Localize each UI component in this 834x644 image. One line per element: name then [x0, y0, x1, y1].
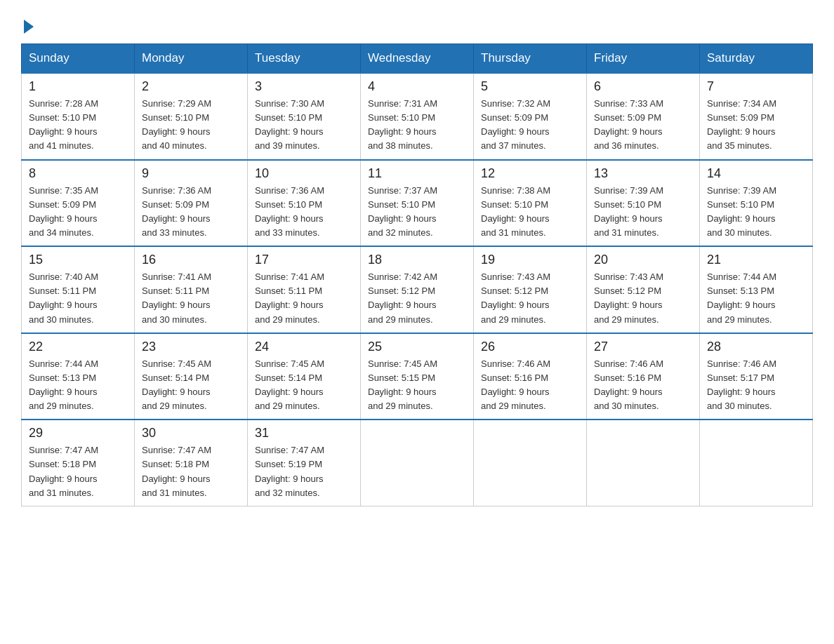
- col-header-wednesday: Wednesday: [361, 44, 474, 74]
- day-number: 2: [142, 79, 240, 94]
- calendar-week-row: 8Sunrise: 7:35 AMSunset: 5:09 PMDaylight…: [22, 160, 813, 247]
- calendar-week-row: 1Sunrise: 7:28 AMSunset: 5:10 PMDaylight…: [22, 73, 813, 160]
- day-info: Sunrise: 7:37 AMSunset: 5:10 PMDaylight:…: [368, 185, 437, 238]
- day-number: 14: [707, 166, 805, 181]
- day-info: Sunrise: 7:45 AMSunset: 5:14 PMDaylight:…: [255, 358, 324, 411]
- day-info: Sunrise: 7:44 AMSunset: 5:13 PMDaylight:…: [29, 358, 98, 411]
- table-row: 28Sunrise: 7:46 AMSunset: 5:17 PMDayligh…: [700, 333, 813, 420]
- col-header-thursday: Thursday: [474, 44, 587, 74]
- day-info: Sunrise: 7:35 AMSunset: 5:09 PMDaylight:…: [29, 185, 98, 238]
- table-row: 12Sunrise: 7:38 AMSunset: 5:10 PMDayligh…: [474, 160, 587, 247]
- calendar-week-row: 22Sunrise: 7:44 AMSunset: 5:13 PMDayligh…: [22, 333, 813, 420]
- day-number: 23: [142, 340, 240, 354]
- table-row: 10Sunrise: 7:36 AMSunset: 5:10 PMDayligh…: [248, 160, 361, 247]
- day-info: Sunrise: 7:36 AMSunset: 5:10 PMDaylight:…: [255, 185, 324, 238]
- day-number: 29: [29, 426, 127, 441]
- day-number: 4: [368, 79, 466, 94]
- day-info: Sunrise: 7:30 AMSunset: 5:10 PMDaylight:…: [255, 98, 324, 151]
- day-number: 11: [368, 166, 466, 181]
- table-row: 18Sunrise: 7:42 AMSunset: 5:12 PMDayligh…: [361, 246, 474, 333]
- table-row: 19Sunrise: 7:43 AMSunset: 5:12 PMDayligh…: [474, 246, 587, 333]
- table-row: 21Sunrise: 7:44 AMSunset: 5:13 PMDayligh…: [700, 246, 813, 333]
- day-info: Sunrise: 7:45 AMSunset: 5:14 PMDaylight:…: [142, 358, 211, 411]
- table-row: 8Sunrise: 7:35 AMSunset: 5:09 PMDaylight…: [22, 160, 135, 247]
- day-number: 20: [594, 253, 692, 267]
- calendar-week-row: 29Sunrise: 7:47 AMSunset: 5:18 PMDayligh…: [22, 420, 813, 506]
- day-number: 10: [255, 166, 353, 181]
- table-row: 5Sunrise: 7:32 AMSunset: 5:09 PMDaylight…: [474, 73, 587, 160]
- day-number: 19: [481, 253, 579, 267]
- day-info: Sunrise: 7:45 AMSunset: 5:15 PMDaylight:…: [368, 358, 437, 411]
- day-number: 27: [594, 340, 692, 354]
- day-info: Sunrise: 7:39 AMSunset: 5:10 PMDaylight:…: [707, 185, 776, 238]
- day-number: 7: [707, 79, 805, 94]
- table-row: 13Sunrise: 7:39 AMSunset: 5:10 PMDayligh…: [587, 160, 700, 247]
- day-number: 24: [255, 340, 353, 354]
- col-header-friday: Friday: [587, 44, 700, 74]
- calendar-week-row: 15Sunrise: 7:40 AMSunset: 5:11 PMDayligh…: [22, 246, 813, 333]
- calendar-table: Sunday Monday Tuesday Wednesday Thursday…: [21, 43, 813, 507]
- day-number: 5: [481, 79, 579, 94]
- table-row: 14Sunrise: 7:39 AMSunset: 5:10 PMDayligh…: [700, 160, 813, 247]
- day-info: Sunrise: 7:43 AMSunset: 5:12 PMDaylight:…: [481, 271, 550, 324]
- day-info: Sunrise: 7:47 AMSunset: 5:18 PMDaylight:…: [142, 445, 211, 497]
- table-row: 29Sunrise: 7:47 AMSunset: 5:18 PMDayligh…: [22, 420, 135, 506]
- table-row: 20Sunrise: 7:43 AMSunset: 5:12 PMDayligh…: [587, 246, 700, 333]
- day-number: 30: [142, 426, 240, 441]
- col-header-sunday: Sunday: [22, 44, 135, 74]
- table-row: 24Sunrise: 7:45 AMSunset: 5:14 PMDayligh…: [248, 333, 361, 420]
- col-header-monday: Monday: [135, 44, 248, 74]
- table-row: 11Sunrise: 7:37 AMSunset: 5:10 PMDayligh…: [361, 160, 474, 247]
- day-info: Sunrise: 7:47 AMSunset: 5:18 PMDaylight:…: [29, 445, 98, 497]
- day-number: 13: [594, 166, 692, 181]
- calendar-header-row: Sunday Monday Tuesday Wednesday Thursday…: [22, 44, 813, 74]
- day-number: 31: [255, 426, 353, 441]
- table-row: [587, 420, 700, 506]
- day-info: Sunrise: 7:47 AMSunset: 5:19 PMDaylight:…: [255, 445, 324, 497]
- day-info: Sunrise: 7:41 AMSunset: 5:11 PMDaylight:…: [255, 271, 324, 324]
- day-number: 18: [368, 253, 466, 267]
- table-row: 1Sunrise: 7:28 AMSunset: 5:10 PMDaylight…: [22, 73, 135, 160]
- day-number: 1: [29, 79, 127, 94]
- day-info: Sunrise: 7:28 AMSunset: 5:10 PMDaylight:…: [29, 98, 98, 151]
- day-info: Sunrise: 7:38 AMSunset: 5:10 PMDaylight:…: [481, 185, 550, 238]
- table-row: 2Sunrise: 7:29 AMSunset: 5:10 PMDaylight…: [135, 73, 248, 160]
- table-row: [474, 420, 587, 506]
- day-number: 26: [481, 340, 579, 354]
- day-info: Sunrise: 7:46 AMSunset: 5:17 PMDaylight:…: [707, 358, 776, 411]
- table-row: 31Sunrise: 7:47 AMSunset: 5:19 PMDayligh…: [248, 420, 361, 506]
- day-info: Sunrise: 7:46 AMSunset: 5:16 PMDaylight:…: [481, 358, 550, 411]
- col-header-tuesday: Tuesday: [248, 44, 361, 74]
- table-row: 25Sunrise: 7:45 AMSunset: 5:15 PMDayligh…: [361, 333, 474, 420]
- table-row: 26Sunrise: 7:46 AMSunset: 5:16 PMDayligh…: [474, 333, 587, 420]
- day-info: Sunrise: 7:32 AMSunset: 5:09 PMDaylight:…: [481, 98, 550, 151]
- day-info: Sunrise: 7:44 AMSunset: 5:13 PMDaylight:…: [707, 271, 776, 324]
- table-row: 15Sunrise: 7:40 AMSunset: 5:11 PMDayligh…: [22, 246, 135, 333]
- day-info: Sunrise: 7:42 AMSunset: 5:12 PMDaylight:…: [368, 271, 437, 324]
- day-number: 8: [29, 166, 127, 181]
- day-number: 16: [142, 253, 240, 267]
- day-info: Sunrise: 7:46 AMSunset: 5:16 PMDaylight:…: [594, 358, 663, 411]
- table-row: 16Sunrise: 7:41 AMSunset: 5:11 PMDayligh…: [135, 246, 248, 333]
- day-number: 9: [142, 166, 240, 181]
- day-number: 6: [594, 79, 692, 94]
- day-number: 17: [255, 253, 353, 267]
- table-row: 9Sunrise: 7:36 AMSunset: 5:09 PMDaylight…: [135, 160, 248, 247]
- table-row: 4Sunrise: 7:31 AMSunset: 5:10 PMDaylight…: [361, 73, 474, 160]
- day-info: Sunrise: 7:33 AMSunset: 5:09 PMDaylight:…: [594, 98, 663, 151]
- table-row: 7Sunrise: 7:34 AMSunset: 5:09 PMDaylight…: [700, 73, 813, 160]
- day-info: Sunrise: 7:41 AMSunset: 5:11 PMDaylight:…: [142, 271, 211, 324]
- day-number: 15: [29, 253, 127, 267]
- day-number: 28: [707, 340, 805, 354]
- day-info: Sunrise: 7:34 AMSunset: 5:09 PMDaylight:…: [707, 98, 776, 151]
- table-row: 27Sunrise: 7:46 AMSunset: 5:16 PMDayligh…: [587, 333, 700, 420]
- table-row: [361, 420, 474, 506]
- table-row: 17Sunrise: 7:41 AMSunset: 5:11 PMDayligh…: [248, 246, 361, 333]
- table-row: 6Sunrise: 7:33 AMSunset: 5:09 PMDaylight…: [587, 73, 700, 160]
- day-info: Sunrise: 7:29 AMSunset: 5:10 PMDaylight:…: [142, 98, 211, 151]
- day-info: Sunrise: 7:40 AMSunset: 5:11 PMDaylight:…: [29, 271, 98, 324]
- day-number: 3: [255, 79, 353, 94]
- table-row: [700, 420, 813, 506]
- day-info: Sunrise: 7:31 AMSunset: 5:10 PMDaylight:…: [368, 98, 437, 151]
- day-number: 22: [29, 340, 127, 354]
